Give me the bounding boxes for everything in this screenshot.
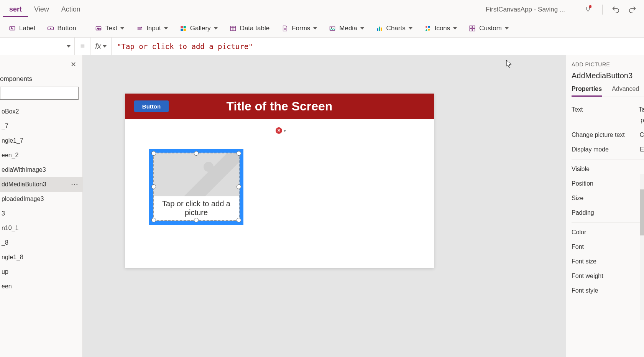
label-icon [8,25,16,32]
prop-row-font-weight[interactable]: Font weight S [572,269,644,283]
tree-section-label: omponents [0,74,82,87]
tree-item[interactable]: ngle1_8 [0,250,82,265]
resize-handle[interactable] [237,218,241,222]
insert-label-text: Label [19,25,35,32]
fx-button[interactable]: fx [90,38,112,55]
insert-media-button[interactable]: Media [324,22,368,35]
prop-label: Text [572,106,583,113]
tree-item[interactable]: ddMediaButton3··· [0,177,82,192]
app-checker-icon[interactable] [585,5,594,14]
svg-rect-17 [428,26,430,28]
formula-input[interactable]: "Tap or click to add a picture" [112,42,644,51]
prop-label: Change picture text [572,132,625,138]
tree-item[interactable]: n10_1 [0,221,82,235]
insert-input-button[interactable]: Input [131,22,172,35]
properties-panel: ADD PICTURE AddMediaButton3 Properties A… [566,55,644,357]
tab-advanced[interactable]: Advanced [612,86,639,97]
close-icon[interactable]: ✕ [71,60,76,69]
redo-icon[interactable] [628,5,637,14]
forms-icon [281,25,289,32]
svg-rect-6 [181,26,183,28]
tree-item[interactable]: ngle1_7 [0,133,82,148]
prop-row-padding[interactable]: Padding [572,206,644,220]
undo-icon[interactable] [611,5,620,14]
resize-handle[interactable] [151,184,156,189]
insert-datatable-button[interactable]: Data table [225,22,274,35]
prop-row-font-size[interactable]: Font size [572,254,644,269]
svg-rect-20 [473,26,475,28]
tab-insert[interactable]: sert [3,2,28,17]
insert-custom-button[interactable]: Custom [464,22,513,35]
insert-label-button[interactable]: Label [4,22,40,35]
add-picture-text: Tap or click to add a picture [154,196,239,220]
insert-input-text: Input [146,25,161,32]
prop-row-color[interactable]: Color [572,225,644,240]
prop-label: Position [572,180,593,187]
tree-list: oBox2_7ngle1_7een_2ediaWithImage3ddMedia… [0,104,82,357]
insert-charts-button[interactable]: Charts [371,22,417,35]
tree-item[interactable]: 3 [0,206,82,221]
insert-text-button[interactable]: Abc Text [90,22,129,35]
insert-icons-button[interactable]: Icons [419,22,462,35]
canvas-area[interactable]: Button Title of the Screen ✕ ▾ Tap or cl… [83,55,566,357]
resize-handle[interactable] [194,218,199,222]
button-icon [47,25,54,32]
tree-item[interactable]: oBox2 [0,104,82,119]
prop-row-position[interactable]: Position 1 [572,176,644,191]
charts-icon [376,25,383,32]
icons-icon [424,25,432,32]
prop-row-text-line2: p [572,117,644,128]
tab-properties[interactable]: Properties [572,86,602,97]
screen-header: Button Title of the Screen [125,94,434,119]
svg-rect-8 [181,28,183,31]
tree-item[interactable]: een [0,279,82,294]
insert-button-button[interactable]: Button [42,22,81,35]
insert-button-text: Button [58,25,76,32]
resize-handle[interactable] [237,184,241,189]
resize-handle[interactable] [194,151,199,156]
svg-point-2 [50,28,51,28]
tree-item[interactable]: _7 [0,119,82,133]
insert-charts-text: Charts [386,25,406,32]
prop-row-change-picture-text[interactable]: Change picture text C [572,128,644,142]
prop-row-font[interactable]: Font C [572,240,644,254]
prop-row-display-mode[interactable]: Display mode E [572,142,644,157]
custom-icon [468,25,476,32]
resize-handle[interactable] [151,151,156,156]
prop-label: Font size [572,258,596,265]
header-button-control[interactable]: Button [134,100,169,112]
svg-point-18 [428,29,430,31]
tree-item[interactable]: een_2 [0,148,82,163]
insert-forms-button[interactable]: Forms [276,22,322,35]
add-picture-control-selected[interactable]: Tap or click to add a picture [149,149,243,225]
prop-label: Size [572,195,583,202]
prop-label: Display mode [572,146,609,153]
prop-row-size[interactable]: Size 3 [572,191,644,206]
tree-search-input[interactable] [0,87,79,100]
tree-item[interactable]: _8 [0,235,82,250]
resize-handle[interactable] [151,218,156,222]
prop-row-font-style[interactable]: Font style [572,283,644,298]
prop-row-text[interactable]: Text Ta [572,102,644,117]
error-indicator[interactable]: ✕ ▾ [276,127,286,134]
app-screen[interactable]: Button Title of the Screen ✕ ▾ Tap or cl… [125,94,434,268]
svg-text:Abc: Abc [97,27,100,30]
tree-item[interactable]: up [0,265,82,279]
add-picture-inner[interactable]: Tap or click to add a picture [153,153,240,221]
tree-item[interactable]: ploadedImage3 [0,192,82,206]
more-icon[interactable]: ··· [71,181,79,188]
insert-media-text: Media [339,25,357,32]
prop-label: Font style [572,287,598,294]
tree-item-label: een_2 [2,152,19,159]
tab-view[interactable]: View [28,2,55,17]
tree-item-label: _8 [2,239,8,246]
svg-rect-13 [377,28,378,31]
prop-row-visible[interactable]: Visible [572,162,644,176]
tab-action[interactable]: Action [55,2,87,17]
insert-gallery-button[interactable]: Gallery [175,22,222,35]
tree-item[interactable]: ediaWithImage3 [0,163,82,177]
property-selector[interactable] [0,38,75,55]
resize-handle[interactable] [237,151,241,156]
tree-item-label: ngle1_7 [2,137,23,144]
chevron-down-icon [409,27,412,30]
